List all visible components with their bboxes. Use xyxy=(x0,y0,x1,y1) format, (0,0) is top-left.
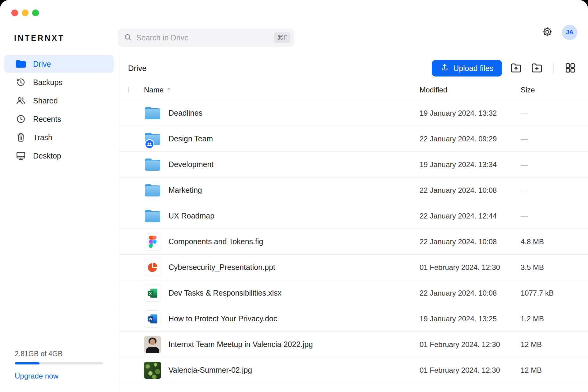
table-row[interactable]: Components and Tokens.fig22 January 2024… xyxy=(119,229,588,255)
select-all-checkbox[interactable] xyxy=(128,87,129,93)
sidebar-item-label: Shared xyxy=(33,96,58,105)
file-size: 1077.7 kB xyxy=(521,289,577,297)
upload-files-button[interactable]: Upload files xyxy=(432,60,502,77)
sidebar-item-trash[interactable]: Trash xyxy=(4,129,114,146)
shared-users-badge-icon xyxy=(145,139,154,149)
storage-progress-fill xyxy=(15,362,40,364)
sidebar-item-backups[interactable]: Backups xyxy=(4,73,114,91)
grid-view-icon xyxy=(564,62,576,75)
excel-file-icon: X xyxy=(144,285,161,302)
file-name[interactable]: Valencia-Summer-02.jpg xyxy=(168,366,252,375)
word-file-icon: W xyxy=(144,310,161,327)
table-row[interactable]: Design Team22 January 2024. 09:29— xyxy=(119,126,588,152)
file-name[interactable]: How to Protect Your Privacy.doc xyxy=(168,314,277,323)
trash-icon xyxy=(15,132,26,143)
file-modified: 19 January 2024. 13:34 xyxy=(420,160,521,169)
table-row[interactable]: Deadlines19 January 2024. 13:32— xyxy=(119,100,588,126)
minimize-window-icon[interactable] xyxy=(22,9,28,16)
new-folder-button[interactable] xyxy=(530,62,544,75)
folder-upload-icon xyxy=(510,62,522,75)
zoom-window-icon[interactable] xyxy=(32,9,39,16)
search-input[interactable] xyxy=(136,33,270,42)
file-name[interactable]: Design Team xyxy=(168,134,213,143)
drive-folder-icon xyxy=(15,60,26,68)
table-row[interactable]: Cybersecurity_Presentation.ppt01 Februar… xyxy=(119,255,588,280)
file-list: Deadlines19 January 2024. 13:32—Design T… xyxy=(119,100,588,383)
shared-users-icon xyxy=(15,95,26,106)
file-modified: 19 January 2024. 13:32 xyxy=(420,109,521,118)
column-header-name[interactable]: Name ↑ xyxy=(144,86,420,94)
file-modified: 01 February 2024. 12:30 xyxy=(420,340,521,349)
settings-button[interactable] xyxy=(541,26,554,39)
toolbar-divider xyxy=(553,63,554,74)
file-modified: 19 January 2024. 13:25 xyxy=(420,315,521,323)
storage-usage-label: 2.81GB of 4GB xyxy=(15,350,103,358)
table-row[interactable]: Development19 January 2024. 13:34— xyxy=(119,152,588,177)
top-right-controls: JA xyxy=(541,0,577,51)
search-icon xyxy=(124,33,132,43)
file-size: — xyxy=(521,109,577,118)
close-window-icon[interactable] xyxy=(11,9,18,16)
file-name[interactable]: Marketing xyxy=(168,186,202,195)
search-bar[interactable]: ⌘F xyxy=(118,29,294,47)
column-header-modified[interactable]: Modified xyxy=(420,86,521,94)
file-modified: 01 February 2024. 12:30 xyxy=(420,263,521,272)
storage-progress-bar xyxy=(15,362,103,364)
file-name[interactable]: Development xyxy=(168,160,213,169)
sidebar-item-drive[interactable]: Drive xyxy=(4,55,114,73)
file-name[interactable]: Internxt Team Meetup in Valencia 2022.jp… xyxy=(168,340,313,349)
table-row[interactable]: UX Roadmap22 January 2024. 12:44— xyxy=(119,203,588,229)
shared-folder-icon xyxy=(144,130,161,147)
file-name[interactable]: Components and Tokens.fig xyxy=(168,237,263,246)
leaves-photo-thumbnail xyxy=(144,362,161,379)
file-name[interactable]: UX Roadmap xyxy=(168,211,214,220)
upgrade-now-link[interactable]: Upgrade now xyxy=(15,372,103,380)
sidebar-item-label: Recents xyxy=(33,115,61,124)
file-modified: 22 January 2024. 12:44 xyxy=(420,212,521,220)
file-size: — xyxy=(521,135,577,143)
page-title: Drive xyxy=(128,64,147,73)
upload-icon xyxy=(440,63,449,73)
content-header: Drive Upload files xyxy=(119,51,588,80)
file-size: 3.5 MB xyxy=(521,263,577,272)
table-row[interactable]: WHow to Protect Your Privacy.doc19 Janua… xyxy=(119,306,588,332)
file-modified: 22 January 2024. 09:29 xyxy=(420,135,521,143)
file-size: — xyxy=(521,212,577,220)
sidebar-item-recents[interactable]: Recents xyxy=(4,110,114,128)
sidebar-item-label: Backups xyxy=(33,78,62,87)
backups-history-icon xyxy=(15,77,26,88)
file-modified: 22 January 2024. 10:08 xyxy=(420,186,521,195)
main-content: Drive Upload files xyxy=(119,51,588,392)
svg-text:X: X xyxy=(149,291,152,296)
figma-file-icon xyxy=(144,233,161,250)
svg-text:W: W xyxy=(149,317,152,321)
sort-ascending-icon: ↑ xyxy=(167,86,171,94)
table-row[interactable]: Valencia-Summer-02.jpg01 February 2024. … xyxy=(119,357,588,383)
file-size: — xyxy=(521,186,577,195)
portrait-photo-thumbnail xyxy=(144,336,161,353)
window-controls xyxy=(11,9,39,16)
sidebar-item-shared[interactable]: Shared xyxy=(4,92,114,110)
file-name[interactable]: Dev Tasks & Responsibilities.xlsx xyxy=(168,289,281,297)
sidebar-item-label: Desktop xyxy=(33,151,61,160)
folder-plus-icon xyxy=(531,62,543,75)
sidebar: DriveBackupsSharedRecentsTrashDesktop 2.… xyxy=(0,51,118,392)
table-row[interactable]: XDev Tasks & Responsibilities.xlsx22 Jan… xyxy=(119,280,588,306)
file-modified: 22 January 2024. 10:08 xyxy=(420,289,521,297)
file-size: 12 MB xyxy=(521,366,577,375)
recents-clock-icon xyxy=(15,114,26,124)
upload-folder-button[interactable] xyxy=(509,62,523,75)
file-name[interactable]: Cybersecurity_Presentation.ppt xyxy=(168,263,275,272)
top-bar: INTERNXT ⌘F JA xyxy=(0,0,588,51)
sidebar-item-desktop[interactable]: Desktop xyxy=(4,147,114,165)
table-row[interactable]: Marketing22 January 2024. 10:08— xyxy=(119,177,588,203)
avatar[interactable]: JA xyxy=(562,25,577,40)
file-size: 1.2 MB xyxy=(521,315,577,323)
file-name[interactable]: Deadlines xyxy=(168,109,202,118)
table-header: Name ↑ Modified Size xyxy=(119,80,588,100)
grid-view-button[interactable] xyxy=(564,62,577,75)
sidebar-item-label: Drive xyxy=(33,60,51,69)
column-header-size[interactable]: Size xyxy=(521,86,577,94)
desktop-monitor-icon xyxy=(15,151,26,161)
table-row[interactable]: Internxt Team Meetup in Valencia 2022.jp… xyxy=(119,332,588,357)
